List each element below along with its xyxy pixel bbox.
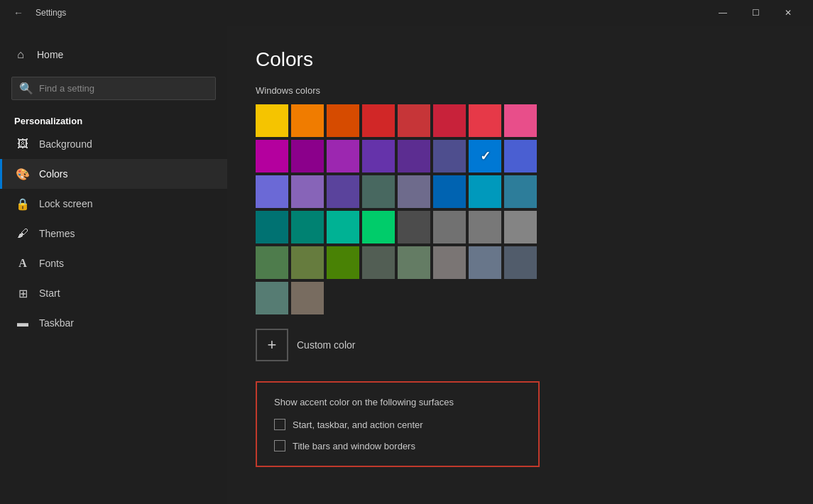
colors-icon: 🎨 bbox=[16, 168, 29, 180]
color-swatch[interactable] bbox=[398, 104, 430, 137]
start-taskbar-label: Start, taskbar, and action center bbox=[293, 420, 423, 430]
checkbox-row-start-taskbar: Start, taskbar, and action center bbox=[274, 419, 521, 430]
sidebar-item-label: Themes bbox=[39, 228, 75, 239]
sidebar-item-lock-screen[interactable]: 🔒 Lock screen bbox=[0, 189, 227, 219]
color-swatch[interactable] bbox=[362, 211, 395, 243]
title-bars-checkbox[interactable] bbox=[274, 440, 285, 451]
back-button[interactable]: ← bbox=[9, 3, 28, 23]
color-swatch[interactable] bbox=[256, 140, 288, 172]
background-icon: 🖼 bbox=[16, 138, 29, 150]
checkbox-row-title-bars: Title bars and window borders bbox=[274, 440, 521, 451]
color-swatch[interactable] bbox=[433, 175, 466, 208]
color-swatch[interactable] bbox=[327, 211, 359, 243]
color-swatch[interactable] bbox=[362, 140, 395, 172]
start-taskbar-checkbox[interactable] bbox=[274, 419, 285, 430]
color-swatch[interactable] bbox=[504, 175, 537, 208]
accent-surfaces-box: Show accent color on the following surfa… bbox=[256, 381, 540, 467]
color-swatch[interactable] bbox=[469, 104, 501, 137]
color-swatch[interactable] bbox=[504, 104, 537, 137]
color-swatch[interactable] bbox=[291, 211, 324, 243]
color-swatch[interactable] bbox=[469, 175, 501, 208]
windows-colors-label: Windows colors bbox=[256, 85, 785, 96]
color-swatch[interactable] bbox=[362, 175, 395, 208]
color-swatch[interactable] bbox=[504, 211, 537, 243]
back-icon: ← bbox=[13, 7, 23, 18]
color-swatch[interactable] bbox=[256, 104, 288, 137]
color-swatch[interactable] bbox=[256, 211, 288, 243]
color-swatch[interactable] bbox=[291, 104, 324, 137]
sidebar-item-label: Taskbar bbox=[39, 317, 74, 329]
main-container: ⌂ Home 🔍 Personalization 🖼 Background 🎨 … bbox=[0, 26, 813, 504]
sidebar-item-start[interactable]: ⊞ Start bbox=[0, 278, 227, 308]
color-swatch[interactable] bbox=[327, 104, 359, 137]
sidebar-category-label: Personalization bbox=[0, 107, 227, 129]
color-swatch[interactable] bbox=[256, 246, 288, 279]
sidebar-item-label: Colors bbox=[39, 168, 67, 180]
color-swatch[interactable] bbox=[327, 140, 359, 172]
fonts-icon: A bbox=[16, 257, 29, 270]
title-bars-label: Title bars and window borders bbox=[293, 441, 415, 451]
sidebar-item-fonts[interactable]: A Fonts bbox=[0, 248, 227, 278]
custom-color-button[interactable]: + Custom color bbox=[256, 329, 785, 361]
sidebar-item-label: Fonts bbox=[39, 258, 64, 269]
custom-color-label: Custom color bbox=[297, 339, 355, 351]
color-swatch[interactable] bbox=[327, 175, 359, 208]
themes-icon: 🖌 bbox=[16, 227, 29, 240]
home-icon: ⌂ bbox=[14, 48, 27, 61]
sidebar-item-label: Background bbox=[39, 138, 92, 150]
color-swatch[interactable] bbox=[256, 175, 288, 208]
color-swatch[interactable] bbox=[291, 282, 324, 314]
lock-screen-icon: 🔒 bbox=[16, 197, 29, 210]
sidebar-item-label: Lock screen bbox=[39, 198, 92, 209]
close-button[interactable]: ✕ bbox=[772, 0, 804, 26]
color-swatch[interactable] bbox=[327, 246, 359, 279]
sidebar: ⌂ Home 🔍 Personalization 🖼 Background 🎨 … bbox=[0, 26, 227, 504]
sidebar-item-home[interactable]: ⌂ Home bbox=[0, 40, 227, 70]
color-swatch[interactable] bbox=[469, 211, 501, 243]
maximize-button[interactable]: ☐ bbox=[739, 0, 772, 26]
color-swatch[interactable] bbox=[291, 140, 324, 172]
sidebar-item-colors[interactable]: 🎨 Colors bbox=[0, 159, 227, 189]
title-bar: ← Settings — ☐ ✕ bbox=[0, 0, 813, 26]
color-swatch[interactable] bbox=[504, 140, 537, 172]
page-title: Colors bbox=[256, 48, 785, 71]
color-swatch[interactable] bbox=[398, 175, 430, 208]
accent-box-title: Show accent color on the following surfa… bbox=[274, 397, 521, 407]
color-swatch[interactable] bbox=[469, 140, 501, 172]
search-input[interactable] bbox=[39, 83, 208, 94]
color-swatch[interactable] bbox=[398, 246, 430, 279]
custom-color-box: + bbox=[256, 329, 288, 361]
color-swatch[interactable] bbox=[362, 104, 395, 137]
home-label: Home bbox=[37, 49, 63, 60]
color-swatch[interactable] bbox=[291, 246, 324, 279]
color-swatch[interactable] bbox=[433, 104, 466, 137]
color-swatch[interactable] bbox=[469, 246, 501, 279]
sidebar-item-themes[interactable]: 🖌 Themes bbox=[0, 219, 227, 248]
color-grid bbox=[256, 104, 785, 314]
color-swatch[interactable] bbox=[504, 246, 537, 279]
color-swatch[interactable] bbox=[291, 175, 324, 208]
color-swatch[interactable] bbox=[362, 246, 395, 279]
color-swatch[interactable] bbox=[433, 140, 466, 172]
color-swatch[interactable] bbox=[398, 211, 430, 243]
search-box[interactable]: 🔍 bbox=[11, 77, 216, 100]
start-icon: ⊞ bbox=[16, 287, 29, 300]
sidebar-item-background[interactable]: 🖼 Background bbox=[0, 129, 227, 159]
minimize-button[interactable]: — bbox=[706, 0, 739, 26]
content-area: Colors Windows colors + Custom color Sho… bbox=[227, 26, 813, 504]
window-controls: — ☐ ✕ bbox=[706, 0, 804, 26]
sidebar-item-taskbar[interactable]: ▬ Taskbar bbox=[0, 308, 227, 338]
color-swatch[interactable] bbox=[256, 282, 288, 314]
app-title: Settings bbox=[36, 8, 66, 18]
color-swatch[interactable] bbox=[433, 211, 466, 243]
color-swatch[interactable] bbox=[433, 246, 466, 279]
sidebar-item-label: Start bbox=[39, 287, 60, 299]
color-swatch[interactable] bbox=[398, 140, 430, 172]
taskbar-icon: ▬ bbox=[16, 317, 29, 329]
search-icon: 🔍 bbox=[19, 82, 33, 95]
